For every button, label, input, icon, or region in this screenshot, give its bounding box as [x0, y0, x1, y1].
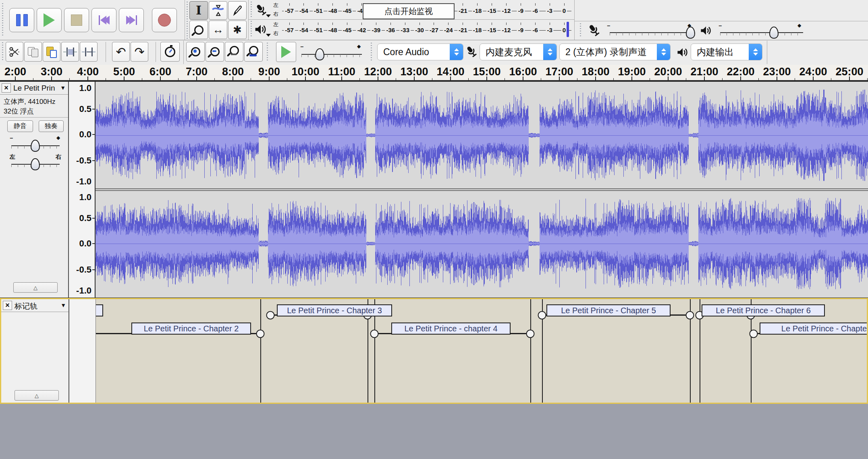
timer-button[interactable]	[160, 42, 180, 62]
silence-selection-button[interactable]	[80, 42, 98, 62]
play-meter-speaker-icon[interactable]	[254, 23, 268, 38]
label-start-handle[interactable]	[538, 311, 546, 319]
output-device-select[interactable]: 内建输出	[691, 43, 762, 60]
transport-grip[interactable]	[1, 3, 4, 37]
record-meter-grip[interactable]	[250, 2, 253, 18]
mixer-grip[interactable]	[579, 23, 582, 38]
edit-grip[interactable]	[1, 42, 4, 62]
pause-icon	[16, 14, 28, 26]
label-box[interactable]: Le Petit Prince - chapter 4	[391, 323, 511, 335]
envelope-icon	[212, 4, 224, 17]
audio-track-name[interactable]: Le Petit Prin	[13, 84, 55, 93]
input-channels-select[interactable]: 2 (立体声) 录制声道	[559, 43, 671, 60]
label-box[interactable]: Le Petit Prince - Chapter 6	[702, 304, 825, 316]
label-track-collapse-button[interactable]: △	[15, 390, 59, 401]
skip-to-end-button[interactable]	[119, 8, 144, 32]
skip-to-start-button[interactable]	[91, 8, 116, 32]
timeline-minor-tick	[577, 78, 577, 80]
stop-button[interactable]	[64, 8, 89, 32]
solo-button[interactable]: 独奏	[39, 120, 64, 132]
selection-tool-button[interactable]: I	[189, 1, 208, 20]
redo-button[interactable]: ↷	[131, 42, 148, 62]
waveform-area[interactable]	[96, 82, 868, 298]
timeline-minor-tick	[106, 78, 106, 80]
fit-selection-button[interactable]	[225, 42, 243, 62]
tools-grip[interactable]	[186, 2, 189, 39]
record-button[interactable]	[152, 8, 177, 32]
label-track-menu-arrow[interactable]: ▼	[60, 302, 66, 308]
label-end-handle[interactable]	[256, 329, 265, 338]
meter-scale-tick	[361, 23, 362, 25]
meter-scale-value: -21	[457, 7, 469, 14]
silence-icon	[82, 47, 96, 57]
label-end-handle[interactable]	[526, 329, 535, 338]
mute-button[interactable]: 静音	[7, 120, 33, 132]
label-start-handle[interactable]	[266, 311, 275, 319]
time-shift-tool-button[interactable]: ↔	[209, 21, 227, 39]
undo-button[interactable]: ↶	[112, 42, 130, 62]
fit-project-button[interactable]	[244, 42, 263, 62]
trim-outside-selection-button[interactable]	[61, 42, 79, 62]
label-box[interactable]: Le Petit Prince - Chapter 1	[96, 304, 103, 316]
skip-to-start-icon	[99, 15, 110, 25]
record-volume-thumb[interactable]	[686, 27, 695, 39]
play-meter[interactable]: -57-54-51-48-45-42-39-36-33-30-27-24-21-…	[282, 19, 571, 39]
play-volume-thumb[interactable]	[769, 27, 779, 39]
label-box[interactable]: Le Petit Prince - Chapter 3	[277, 304, 392, 316]
audio-track-close-button[interactable]: ×	[2, 83, 11, 93]
play-at-speed-button[interactable]	[276, 42, 296, 62]
meter-scale-value: -51	[313, 27, 324, 33]
play-button[interactable]	[37, 8, 62, 32]
vertical-ruler-value: 0.5	[79, 104, 91, 114]
meter-scale-value: -45	[342, 27, 353, 33]
audio-track-collapse-button[interactable]: △	[13, 282, 58, 293]
copy-button[interactable]	[24, 42, 42, 62]
envelope-tool-button[interactable]	[209, 1, 227, 20]
label-box[interactable]: Le Petit Prince - Chapter 5	[546, 304, 671, 316]
speed-slider-min: −	[300, 43, 303, 50]
gain-thumb[interactable]	[31, 140, 40, 152]
play-meter-grip[interactable]	[250, 21, 253, 37]
pause-button[interactable]	[9, 8, 34, 32]
speed-slider-thumb[interactable]	[315, 48, 324, 60]
timeline-minor-tick	[396, 78, 396, 80]
label-track-name[interactable]: 标记轨	[15, 301, 37, 312]
draw-tool-button[interactable]	[228, 1, 247, 20]
label-end-handle[interactable]	[686, 311, 694, 319]
input-device-mic-icon	[464, 44, 479, 60]
pan-thumb[interactable]	[31, 158, 40, 170]
zoom-out-button[interactable]	[206, 42, 224, 62]
audio-track-menu-arrow[interactable]: ▼	[60, 85, 66, 91]
cut-button[interactable]	[6, 42, 23, 62]
label-area[interactable]: Le Petit Prince - Chapter 1Le Petit Prin…	[96, 299, 867, 403]
meter-scale-tick	[463, 3, 463, 6]
zoom-in-button[interactable]	[186, 42, 205, 62]
audio-track-format: 立体声, 44100Hz	[4, 97, 56, 106]
meter-scale-tick	[347, 23, 347, 25]
vertical-ruler-value: 1.0	[79, 83, 91, 93]
record-meter-dropdown-arrow[interactable]	[266, 14, 271, 17]
vertical-ruler[interactable]: 1.00.50.0-0.5-1.01.00.50.0-0.5-1.0	[69, 82, 96, 298]
paste-button[interactable]	[43, 42, 60, 62]
device-grip[interactable]	[370, 43, 373, 61]
label-box[interactable]: Le Petit Prince - Chapter 2	[131, 323, 251, 335]
waveform-canvas[interactable]	[96, 82, 868, 298]
audio-host-select[interactable]: Core Audio	[377, 43, 463, 60]
label-track-panel: × 标记轨 ▼ △	[1, 299, 69, 403]
timeline-minor-tick	[505, 78, 505, 80]
play-at-speed-grip[interactable]	[266, 43, 269, 61]
play-meter-dropdown-arrow[interactable]	[266, 34, 271, 37]
timeline-major-tick	[559, 76, 560, 80]
zoom-tool-button[interactable]	[189, 21, 208, 39]
multi-tool-button[interactable]: ✱	[228, 21, 247, 39]
label-start-handle[interactable]	[750, 329, 758, 338]
speed-slider-max: ◆	[357, 43, 361, 49]
vertical-ruler-value: 0.0	[79, 238, 91, 249]
timeline-ruler[interactable]: 2:003:004:005:006:007:008:009:0010:0011:…	[0, 65, 868, 81]
input-device-select[interactable]: 内建麦克风	[480, 43, 557, 60]
label-track-close-button[interactable]: ×	[3, 301, 12, 310]
label-start-handle[interactable]	[370, 329, 379, 338]
label-box[interactable]: Le Petit Prince - Chapte	[760, 323, 867, 335]
meter-scale-tick	[564, 23, 565, 25]
meter-scale-line	[282, 30, 571, 31]
